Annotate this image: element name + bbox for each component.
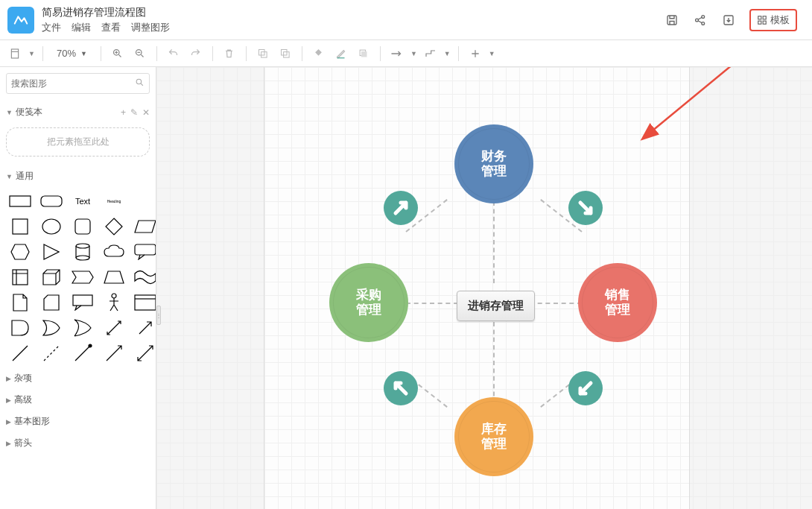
fill-color-icon[interactable] (310, 45, 328, 63)
shape-empty (133, 192, 156, 211)
connection-style-icon[interactable] (388, 45, 406, 63)
search-icon[interactable] (135, 77, 145, 90)
panel-advanced[interactable]: ▶高级 (6, 389, 150, 411)
dropdown-icon[interactable]: ▼ (489, 50, 495, 57)
shape-roundsq[interactable] (70, 217, 95, 236)
arrow-node-se[interactable] (568, 191, 603, 225)
node-purchase[interactable]: 采购 管理 (333, 267, 405, 338)
shape-tape[interactable] (133, 268, 156, 287)
menu-adjust[interactable]: 调整图形 (131, 21, 170, 34)
shape-text[interactable]: Text (70, 192, 95, 211)
node-finance[interactable]: 财务 管理 (458, 128, 530, 200)
shape-line[interactable] (7, 344, 33, 363)
redo-icon[interactable] (187, 45, 205, 63)
shape-square[interactable] (7, 217, 33, 236)
shape-internal-storage[interactable] (7, 268, 33, 287)
node-sales[interactable]: 销售 管理 (582, 267, 653, 338)
shape-line-end[interactable] (70, 344, 95, 363)
page[interactable]: 进销存管理 财务 管理 采购 管理 销售 管理 库存 管理 (264, 67, 689, 509)
shape-note[interactable] (7, 293, 33, 312)
connector[interactable] (493, 201, 495, 283)
shape-callout[interactable] (133, 242, 156, 262)
shape-parallelogram[interactable] (133, 217, 156, 236)
shape-roundrect[interactable] (39, 192, 64, 211)
dropdown-icon[interactable]: ▼ (28, 50, 35, 57)
share-icon[interactable] (693, 13, 708, 28)
shape-cloud[interactable] (101, 242, 127, 262)
logo-icon (13, 12, 29, 28)
arrow-node-nw[interactable] (384, 371, 418, 405)
node-inventory[interactable]: 库存 管理 (458, 401, 530, 472)
edit-icon[interactable]: ✎ (130, 107, 138, 118)
canvas[interactable]: 进销存管理 财务 管理 采购 管理 销售 管理 库存 管理 (156, 67, 812, 509)
shape-actor[interactable] (101, 293, 127, 312)
shape-line-biarrow[interactable] (133, 344, 156, 363)
shape-card[interactable] (39, 293, 64, 312)
panel-general[interactable]: ▼ 通用 (6, 165, 150, 187)
zoom-out-icon[interactable] (131, 45, 149, 63)
shape-data-store[interactable] (70, 318, 95, 338)
chevron-down-icon: ▼ (6, 173, 13, 180)
zoom-control[interactable]: 70%▼ (51, 48, 93, 59)
save-icon[interactable] (664, 13, 679, 28)
shape-heading[interactable]: Heading (101, 192, 127, 211)
chevron-right-icon: ▶ (6, 396, 11, 404)
download-icon[interactable] (721, 13, 736, 28)
line-color-icon[interactable] (332, 45, 350, 63)
main: ▼ 便笺本 + ✎ ✕ 把元素拖至此处 ▼ 通用 Text Heading (0, 67, 812, 509)
menu-edit[interactable]: 编辑 (72, 21, 91, 34)
shape-dashline[interactable] (39, 344, 64, 363)
connector[interactable] (406, 303, 458, 304)
shape-and[interactable] (7, 318, 33, 338)
shape-callout2[interactable] (70, 293, 95, 312)
panel-notes[interactable]: ▼ 便笺本 + ✎ ✕ (6, 101, 150, 123)
shape-or[interactable] (39, 318, 64, 338)
chevron-right-icon: ▶ (6, 418, 11, 426)
to-front-icon[interactable] (254, 45, 272, 63)
search-input[interactable] (11, 78, 135, 89)
shape-arrow-ne[interactable] (133, 318, 156, 338)
undo-icon[interactable] (165, 45, 183, 63)
shape-cube[interactable] (39, 268, 64, 287)
arrow-node-ne[interactable] (384, 191, 418, 225)
connector[interactable] (530, 303, 582, 304)
page-setup-icon[interactable] (6, 45, 24, 63)
menu-view[interactable]: 查看 (101, 21, 121, 34)
shape-line-arrow[interactable] (101, 344, 127, 363)
shape-trapezoid[interactable] (101, 268, 127, 287)
shape-rect[interactable] (7, 192, 33, 211)
dropdown-icon[interactable]: ▼ (410, 50, 417, 57)
connector[interactable] (493, 322, 495, 404)
panel-arrows[interactable]: ▶箭头 (6, 432, 150, 454)
zoom-in-icon[interactable] (109, 45, 127, 63)
shape-ellipse[interactable] (39, 217, 64, 236)
svg-rect-23 (75, 219, 90, 234)
panel-basic[interactable]: ▶基本图形 (6, 411, 150, 432)
svg-rect-15 (282, 50, 288, 56)
shape-container[interactable] (133, 293, 156, 312)
shape-diamond[interactable] (101, 217, 127, 236)
waypoint-icon[interactable] (422, 45, 440, 63)
shape-cylinder[interactable] (70, 242, 95, 262)
menu-file[interactable]: 文件 (42, 21, 61, 34)
dropdown-icon[interactable]: ▼ (444, 50, 451, 57)
center-node[interactable]: 进销存管理 (457, 291, 535, 321)
shape-triangle[interactable] (39, 242, 64, 262)
shape-search[interactable] (6, 73, 150, 94)
delete-icon[interactable] (221, 45, 238, 63)
arrow-node-sw[interactable] (568, 371, 603, 405)
panel-misc[interactable]: ▶杂项 (6, 367, 150, 389)
dropzone[interactable]: 把元素拖至此处 (6, 127, 150, 157)
svg-point-29 (112, 294, 116, 298)
shape-hexagon[interactable] (7, 242, 33, 262)
svg-rect-19 (10, 196, 31, 206)
template-button[interactable]: 模板 (749, 9, 797, 31)
shape-step[interactable] (70, 268, 95, 287)
add-icon[interactable] (466, 45, 484, 63)
add-icon[interactable]: + (121, 107, 126, 118)
shadow-icon[interactable] (355, 45, 372, 63)
shape-biarrow[interactable] (101, 318, 127, 338)
splitter-handle[interactable]: ⋮ (156, 306, 161, 325)
to-back-icon[interactable] (276, 45, 294, 63)
close-icon[interactable]: ✕ (142, 107, 150, 118)
